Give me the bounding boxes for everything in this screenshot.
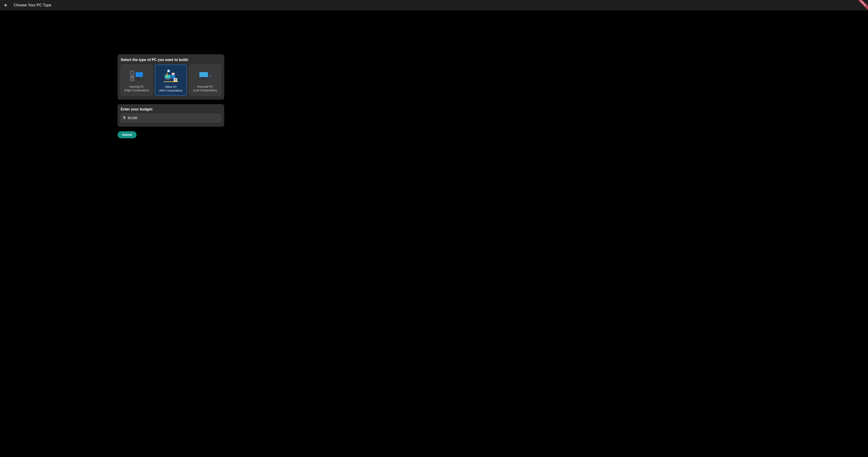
card-label: Gaming PC (High Computation) [124,85,149,92]
page-title: Choose Your PC Type [13,3,51,7]
personal-pc-icon [196,68,214,84]
svg-point-9 [142,78,143,79]
rupee-icon: ₹ [123,116,125,120]
page-body: Select the type of PC you want to build: [0,10,868,457]
svg-point-8 [141,78,142,79]
pc-type-heading: Select the type of PC you want to build: [121,58,221,62]
pc-type-card-row: Gaming PC (High Computation) [121,65,221,96]
arrow-left-icon [4,3,8,7]
svg-rect-10 [136,79,137,79]
svg-rect-18 [165,75,170,78]
budget-panel: Enter your budget: ₹ [118,104,224,127]
card-title: Office PC [159,86,183,89]
svg-rect-16 [171,75,175,78]
budget-input-row[interactable]: ₹ [121,113,221,122]
svg-rect-30 [210,78,211,79]
submit-button[interactable]: Submit [118,131,136,138]
svg-rect-19 [167,79,169,80]
office-pc-icon [162,68,180,84]
pc-type-panel: Select the type of PC you want to build: [118,54,224,100]
card-subtitle: (Mid Computation) [159,89,183,93]
svg-rect-20 [167,73,167,77]
svg-point-29 [210,75,211,76]
svg-point-3 [131,76,133,78]
back-button[interactable] [3,2,9,8]
card-subtitle: (Low Computation) [193,89,217,92]
budget-input[interactable] [128,116,219,120]
gaming-pc-icon [127,68,146,84]
svg-marker-21 [167,72,167,73]
card-label: Office PC (Mid Computation) [159,86,183,92]
card-title: Gaming PC [124,85,149,89]
svg-rect-28 [209,73,211,74]
pc-type-card-gaming[interactable]: Gaming PC (High Computation) [121,65,153,96]
pc-type-card-personal[interactable]: Personal PC (Low Computation) [189,65,221,96]
card-title: Personal PC [193,85,217,89]
svg-rect-33 [203,78,205,79]
svg-rect-26 [164,81,178,82]
svg-rect-6 [135,72,143,77]
svg-rect-34 [201,79,206,80]
budget-heading: Enter your budget: [121,107,221,111]
card-subtitle: (High Computation) [124,89,149,92]
svg-rect-4 [131,72,133,73]
card-label: Personal PC (Low Computation) [193,85,217,92]
pc-type-card-office[interactable]: Office PC (Mid Computation) [155,65,187,96]
app-bar: Choose Your PC Type [0,0,868,10]
svg-rect-32 [199,72,208,77]
